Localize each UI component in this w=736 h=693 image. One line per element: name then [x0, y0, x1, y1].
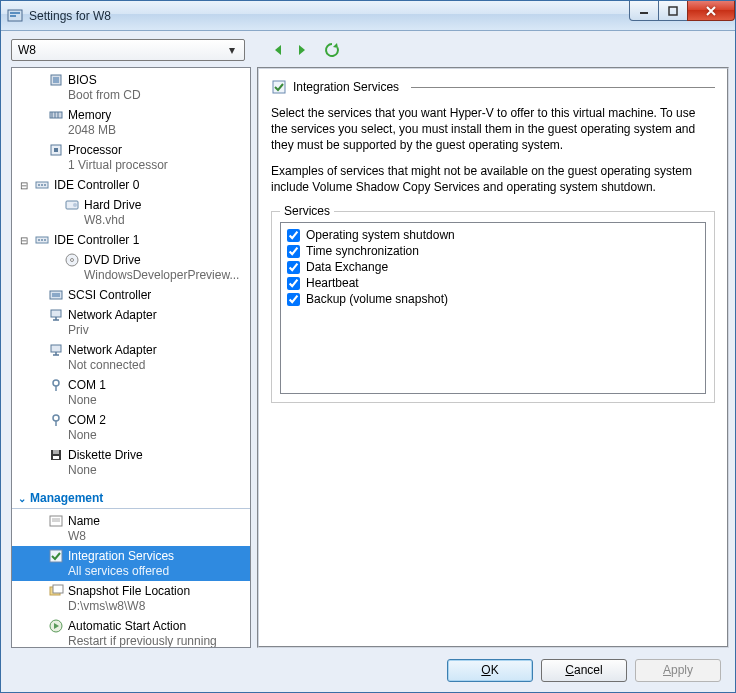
refresh-button[interactable]: [323, 41, 341, 59]
minimize-button[interactable]: [629, 1, 659, 21]
tree-item[interactable]: ⊟IDE Controller 1: [12, 230, 250, 250]
svg-point-16: [44, 184, 46, 186]
tree-item[interactable]: SCSI Controller: [12, 285, 250, 305]
tree-item-label: Network Adapter: [68, 343, 157, 358]
svg-rect-1: [10, 12, 20, 14]
svg-rect-12: [54, 148, 58, 152]
services-list: Operating system shutdownTime synchroniz…: [280, 222, 706, 394]
window-controls: [630, 1, 735, 21]
svg-point-29: [53, 380, 59, 386]
tree-item-label: Diskette Drive: [68, 448, 143, 463]
scsi-icon: [48, 287, 64, 303]
tree-item-label: COM 2: [68, 413, 106, 428]
hdd-icon: [64, 197, 80, 213]
tree-item-sub: None: [32, 393, 246, 408]
svg-rect-41: [53, 585, 63, 593]
service-label: Heartbeat: [306, 276, 359, 290]
service-item: Time synchronization: [287, 243, 699, 259]
tree-item-label: DVD Drive: [84, 253, 141, 268]
tree-item[interactable]: COM 2None: [12, 410, 250, 445]
tree-item[interactable]: BIOSBoot from CD: [12, 70, 250, 105]
svc-icon: [48, 548, 64, 564]
cd-icon: [64, 252, 80, 268]
panel-icon: [271, 79, 287, 95]
service-label: Time synchronization: [306, 244, 419, 258]
net-icon: [48, 342, 64, 358]
svg-rect-6: [53, 77, 59, 83]
tree-item[interactable]: Hard DriveW8.vhd: [12, 195, 250, 230]
tree-item-sub: Boot from CD: [32, 88, 246, 103]
tree-item-label: Name: [68, 514, 100, 529]
svg-point-21: [41, 239, 43, 241]
close-button[interactable]: [687, 1, 735, 21]
svg-point-24: [71, 259, 74, 262]
tree-item[interactable]: DVD DriveWindowsDeveloperPreview...: [12, 250, 250, 285]
expander-icon[interactable]: ⊟: [18, 234, 30, 246]
tree-item-sub: W8.vhd: [48, 213, 246, 228]
tree-item[interactable]: ⊟IDE Controller 0: [12, 175, 250, 195]
svg-rect-3: [640, 12, 648, 14]
name-icon: [48, 513, 64, 529]
service-checkbox[interactable]: [287, 277, 300, 290]
svg-rect-45: [273, 81, 285, 93]
maximize-button[interactable]: [658, 1, 688, 21]
tree-item[interactable]: Snapshot File LocationD:\vms\w8\W8: [12, 581, 250, 616]
ctrl-icon: [34, 232, 50, 248]
service-checkbox[interactable]: [287, 261, 300, 274]
tree-item-sub: Not connected: [32, 358, 246, 373]
ram-icon: [48, 107, 64, 123]
apply-button[interactable]: Apply: [635, 659, 721, 682]
ctrl-icon: [34, 177, 50, 193]
com-icon: [48, 412, 64, 428]
tree-item-sub: D:\vms\w8\W8: [32, 599, 246, 614]
svg-point-20: [38, 239, 40, 241]
service-checkbox[interactable]: [287, 229, 300, 242]
tree-item[interactable]: Automatic Start ActionRestart if previou…: [12, 616, 250, 648]
service-checkbox[interactable]: [287, 293, 300, 306]
svg-rect-2: [10, 15, 16, 17]
tree-item[interactable]: Network AdapterPriv: [12, 305, 250, 340]
tree-item[interactable]: Network AdapterNot connected: [12, 340, 250, 375]
tree-item[interactable]: COM 1None: [12, 375, 250, 410]
service-checkbox[interactable]: [287, 245, 300, 258]
tree-item[interactable]: Diskette DriveNone: [12, 445, 250, 480]
tree-item[interactable]: NameW8: [12, 511, 250, 546]
service-item: Heartbeat: [287, 275, 699, 291]
next-button[interactable]: [293, 41, 311, 59]
svg-rect-39: [50, 550, 62, 562]
tree-item-label: IDE Controller 1: [54, 233, 139, 248]
chevron-icon: ⌄: [18, 493, 26, 504]
toolbar: W8 ▾: [1, 31, 735, 67]
start-icon: [48, 618, 64, 634]
service-label: Data Exchange: [306, 260, 388, 274]
tree-item[interactable]: Integration ServicesAll services offered: [12, 546, 250, 581]
settings-tree[interactable]: BIOSBoot from CDMemory2048 MBProcessor1 …: [11, 67, 251, 648]
tree-item-label: Integration Services: [68, 549, 174, 564]
tree-item-label: SCSI Controller: [68, 288, 151, 303]
vm-selector[interactable]: W8 ▾: [11, 39, 245, 61]
chevron-down-icon: ▾: [224, 43, 240, 57]
panel-description-2: Examples of services that might not be a…: [271, 163, 715, 195]
service-item: Data Exchange: [287, 259, 699, 275]
tree-item-label: Processor: [68, 143, 122, 158]
tree-item-label: Memory: [68, 108, 111, 123]
apply-rest: pply: [671, 663, 693, 677]
services-legend: Services: [280, 204, 334, 218]
prev-button[interactable]: [269, 41, 287, 59]
tree-item-label: Hard Drive: [84, 198, 141, 213]
ok-rest: K: [491, 663, 499, 677]
svg-point-31: [53, 415, 59, 421]
tree-item-label: Snapshot File Location: [68, 584, 190, 599]
expander-icon[interactable]: ⊟: [18, 179, 30, 191]
floppy-icon: [48, 447, 64, 463]
ok-button[interactable]: OK: [447, 659, 533, 682]
svg-point-18: [73, 203, 77, 207]
tree-item[interactable]: Memory2048 MB: [12, 105, 250, 140]
service-label: Backup (volume snapshot): [306, 292, 448, 306]
cancel-button[interactable]: Cancel: [541, 659, 627, 682]
tree-item-sub: Priv: [32, 323, 246, 338]
body: BIOSBoot from CDMemory2048 MBProcessor1 …: [1, 67, 735, 648]
tree-item-label: Network Adapter: [68, 308, 157, 323]
svg-point-22: [44, 239, 46, 241]
tree-item[interactable]: Processor1 Virtual processor: [12, 140, 250, 175]
